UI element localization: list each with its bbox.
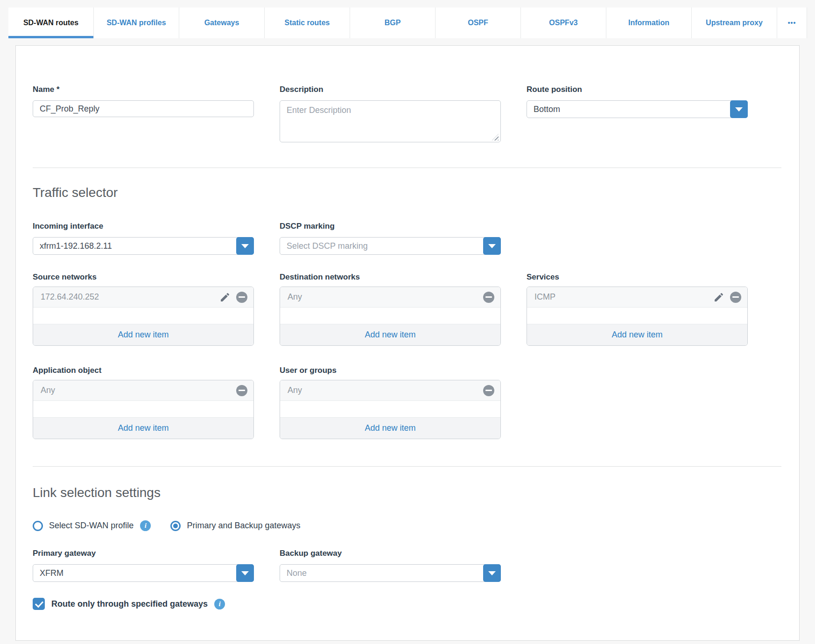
dscp-marking-dropdown-button[interactable]	[483, 237, 501, 255]
radio-label: Primary and Backup gateways	[187, 521, 300, 531]
tab-bar: SD-WAN routes SD-WAN profiles Gateways S…	[8, 7, 815, 38]
route-position-select[interactable]: Bottom	[527, 100, 748, 118]
link-selection-heading: Link selection settings	[33, 485, 781, 501]
application-object-listbox: Any Add new item	[33, 380, 254, 439]
listbox-empty-area	[33, 308, 253, 324]
list-item-value: Any	[288, 292, 302, 302]
tab-sdwan-routes[interactable]: SD-WAN routes	[8, 7, 94, 38]
edit-icon[interactable]	[219, 292, 231, 303]
destination-networks-listbox: Any Add new item	[280, 287, 501, 346]
tab-upstream-proxy[interactable]: Upstream proxy	[692, 7, 777, 38]
tab-label: OSPFv3	[549, 19, 577, 27]
tab-label: Static routes	[285, 19, 330, 27]
list-item: Any	[33, 380, 253, 401]
tab-overflow-menu[interactable]: •••	[777, 7, 807, 38]
edit-icon[interactable]	[713, 292, 724, 303]
radio-select-sdwan-profile[interactable]: Select SD-WAN profile	[33, 521, 133, 531]
incoming-interface-value: xfrm1-192.168.2.11	[33, 237, 254, 255]
remove-icon[interactable]	[236, 385, 247, 396]
empty-column	[527, 366, 748, 439]
tab-information[interactable]: Information	[606, 7, 692, 38]
remove-icon[interactable]	[730, 292, 741, 303]
description-label: Description	[280, 85, 501, 94]
backup-gateway-label: Backup gateway	[280, 549, 501, 558]
incoming-interface-dropdown-button[interactable]	[236, 237, 254, 255]
primary-gateway-dropdown-button[interactable]	[236, 564, 254, 582]
list-item: Any	[280, 380, 500, 401]
list-item-value: Any	[288, 385, 302, 395]
dscp-marking-label: DSCP marking	[280, 222, 501, 231]
incoming-interface-select[interactable]: xfrm1-192.168.2.11	[33, 237, 254, 255]
primary-gateway-value: XFRM	[33, 564, 254, 582]
list-item-value: Any	[41, 385, 55, 395]
destination-networks-label: Destination networks	[280, 273, 501, 282]
add-new-item-button[interactable]: Add new item	[527, 324, 747, 345]
route-position-value: Bottom	[527, 100, 748, 118]
radio-label: Select SD-WAN profile	[49, 521, 133, 531]
source-networks-listbox: 172.64.240.252 Add new item	[33, 287, 254, 346]
user-or-groups-listbox: Any Add new item	[280, 380, 501, 439]
application-object-label: Application object	[33, 366, 254, 375]
add-new-item-button[interactable]: Add new item	[33, 324, 253, 345]
services-label: Services	[527, 273, 748, 282]
info-icon[interactable]: i	[214, 599, 225, 609]
tab-ospfv3[interactable]: OSPFv3	[521, 7, 606, 38]
remove-icon[interactable]	[483, 292, 494, 303]
listbox-empty-area	[527, 308, 747, 324]
radio-selected-icon	[170, 521, 181, 531]
tab-label: Upstream proxy	[706, 19, 763, 27]
chevron-down-icon	[241, 244, 249, 248]
name-input[interactable]	[33, 100, 254, 117]
route-position-dropdown-button[interactable]	[730, 100, 748, 118]
tab-gateways[interactable]: Gateways	[179, 7, 265, 38]
application-users-row: Application object Any Add new item User…	[33, 366, 781, 439]
list-item-value: ICMP	[534, 292, 555, 302]
add-new-item-button[interactable]: Add new item	[33, 417, 253, 439]
list-item: ICMP	[527, 287, 747, 308]
tab-ospf[interactable]: OSPF	[436, 7, 521, 38]
remove-icon[interactable]	[483, 385, 494, 396]
list-item-value: 172.64.240.252	[41, 292, 99, 302]
user-or-groups-label: User or groups	[280, 366, 501, 375]
sdwan-route-form-panel: Name * Description Route position Bottom…	[15, 45, 800, 641]
incoming-interface-label: Incoming interface	[33, 222, 254, 231]
checkbox-checked-icon[interactable]	[33, 598, 45, 610]
backup-gateway-value: None	[280, 564, 501, 582]
primary-gateway-label: Primary gateway	[33, 549, 254, 558]
tab-label: BGP	[385, 19, 401, 27]
tab-bgp[interactable]: BGP	[350, 7, 436, 38]
backup-gateway-select[interactable]: None	[280, 564, 501, 582]
route-only-checkbox-row[interactable]: Route only through specified gateways i	[33, 598, 781, 610]
add-new-item-button[interactable]: Add new item	[280, 324, 500, 345]
info-icon[interactable]: i	[140, 520, 151, 531]
tab-label: Information	[628, 19, 669, 27]
services-listbox: ICMP Add new item	[527, 287, 748, 346]
listbox-empty-area	[33, 401, 253, 417]
route-position-label: Route position	[527, 85, 748, 94]
checkbox-label: Route only through specified gateways	[51, 599, 208, 609]
networks-services-row: Source networks 172.64.240.252 Add new i…	[33, 273, 781, 346]
remove-icon[interactable]	[236, 292, 247, 303]
add-new-item-button[interactable]: Add new item	[280, 417, 500, 439]
basic-info-row: Name * Description Route position Bottom	[33, 85, 781, 144]
primary-gateway-select[interactable]: XFRM	[33, 564, 254, 582]
section-divider	[33, 168, 781, 168]
source-networks-label: Source networks	[33, 273, 254, 282]
backup-gateway-dropdown-button[interactable]	[483, 564, 501, 582]
chevron-down-icon	[488, 571, 496, 575]
tab-sdwan-profiles[interactable]: SD-WAN profiles	[94, 7, 179, 38]
ellipsis-icon: •••	[788, 19, 796, 27]
section-divider	[33, 466, 781, 467]
description-textarea[interactable]	[280, 100, 501, 142]
tab-static-routes[interactable]: Static routes	[265, 7, 350, 38]
chevron-down-icon	[735, 107, 743, 112]
empty-column	[527, 549, 748, 582]
link-selection-radio-group: Select SD-WAN profile i Primary and Back…	[33, 520, 781, 531]
tab-label: Gateways	[204, 19, 239, 27]
list-item: 172.64.240.252	[33, 287, 253, 308]
radio-icon	[33, 521, 43, 531]
dscp-marking-select[interactable]: Select DSCP marking	[280, 237, 501, 255]
radio-primary-backup-gateways[interactable]: Primary and Backup gateways	[170, 521, 300, 531]
gateways-row: Primary gateway XFRM Backup gateway None	[33, 549, 781, 582]
interface-dscp-row: Incoming interface xfrm1-192.168.2.11 DS…	[33, 222, 781, 255]
